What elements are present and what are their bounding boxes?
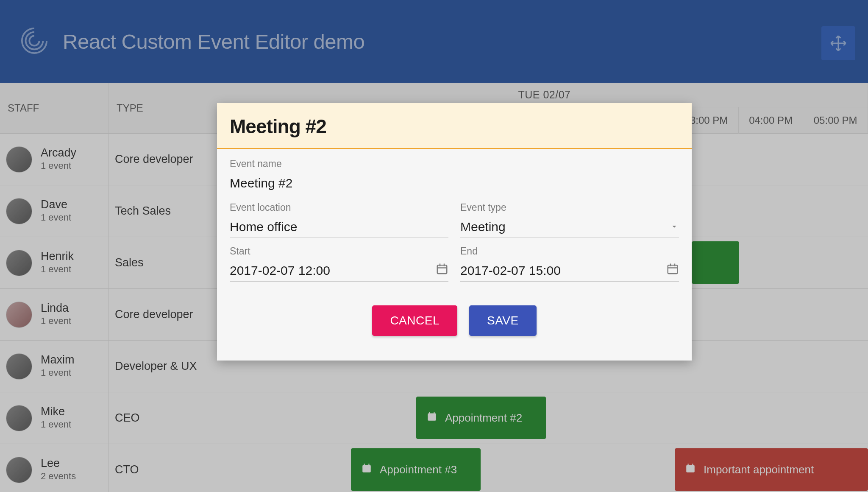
label-end: End [460, 246, 679, 257]
end-datetime-input[interactable]: 2017-02-07 15:00 [460, 260, 679, 282]
label-event-type: Event type [460, 202, 679, 213]
calendar-icon[interactable] [436, 263, 448, 278]
event-name-input[interactable]: Meeting #2 [230, 172, 679, 194]
end-datetime-value: 2017-02-07 15:00 [460, 263, 561, 278]
chevron-down-icon [670, 220, 679, 234]
save-button[interactable]: SAVE [469, 305, 537, 336]
dialog-header: Meeting #2 [217, 103, 692, 149]
start-datetime-input[interactable]: 2017-02-07 12:00 [230, 260, 448, 282]
event-type-select[interactable]: Meeting [460, 216, 679, 238]
svg-rect-7 [437, 265, 447, 274]
cancel-button[interactable]: CANCEL [372, 305, 457, 336]
start-datetime-value: 2017-02-07 12:00 [230, 263, 330, 278]
event-type-value: Meeting [460, 220, 506, 234]
event-name-value: Meeting #2 [230, 176, 292, 190]
svg-rect-8 [668, 265, 678, 274]
event-location-value: Home office [230, 220, 298, 234]
calendar-icon[interactable] [666, 263, 679, 278]
event-location-input[interactable]: Home office [230, 216, 448, 238]
event-editor-dialog: Meeting #2 Event name Meeting #2 Event l… [217, 103, 692, 361]
dialog-title: Meeting #2 [230, 115, 679, 138]
label-start: Start [230, 246, 448, 257]
label-event-location: Event location [230, 202, 448, 213]
label-event-name: Event name [230, 158, 679, 170]
